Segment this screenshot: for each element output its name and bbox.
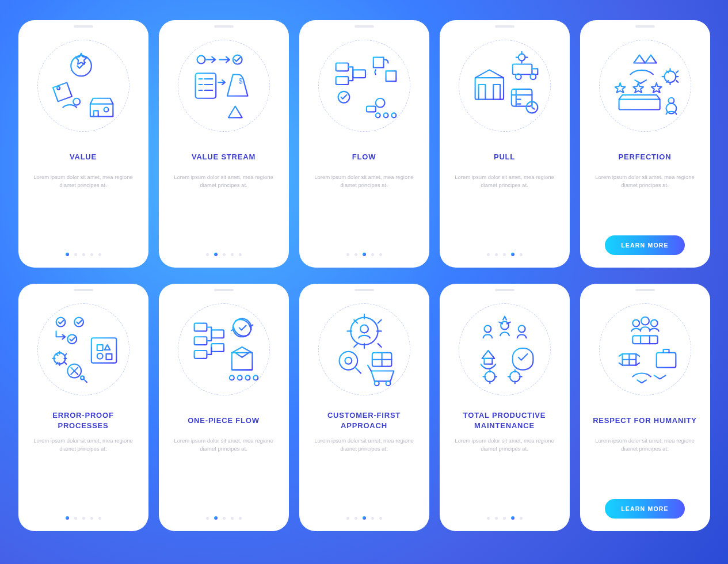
pagination-dot[interactable] [503,253,506,256]
card-description: Lorem ipsum dolor sit amet, mea regione … [448,437,562,454]
card-title: PERFECTION [619,147,672,167]
pagination-dot[interactable] [520,517,523,520]
svg-rect-6 [195,73,216,98]
svg-rect-16 [366,106,375,112]
pagination-dots [346,253,382,256]
svg-point-44 [245,375,250,380]
svg-rect-24 [619,100,660,110]
pagination-dot[interactable] [363,253,366,256]
svg-point-57 [485,372,495,382]
pagination-dot[interactable] [223,253,226,256]
svg-point-25 [664,71,676,82]
svg-rect-63 [656,353,676,368]
pagination-dot[interactable] [511,516,514,520]
pagination-dot[interactable] [495,253,498,256]
svg-rect-36 [194,337,207,345]
card-title: CUSTOMER-FIRST APPROACH [307,410,421,431]
pagination-dot[interactable] [74,253,77,256]
pagination-dot[interactable] [74,517,77,520]
svg-point-54 [501,322,509,330]
pagination-dot[interactable] [90,253,93,256]
svg-text:$: $ [238,77,242,85]
pagination-dot[interactable] [231,517,234,520]
svg-rect-18 [512,64,532,74]
row-1: VALUELorem ipsum dolor sit amet, mea reg… [17,20,711,268]
svg-point-27 [668,98,674,104]
phone-notch [635,25,655,28]
pagination-dot[interactable] [206,253,209,256]
svg-rect-39 [211,344,224,352]
pagination-dot[interactable] [487,253,490,256]
pagination-dots [487,516,523,520]
pagination-dot[interactable] [82,517,85,520]
onboarding-card: CUSTOMER-FIRST APPROACHLorem ipsum dolor… [299,284,429,531]
svg-point-60 [641,317,649,325]
pagination-dot[interactable] [355,253,357,256]
pagination-dot[interactable] [206,517,209,520]
pagination-dots [487,253,523,256]
pagination-dot[interactable] [66,253,69,256]
pagination-dot[interactable] [82,253,85,256]
pagination-dot[interactable] [371,253,374,256]
pagination-dot[interactable] [66,516,69,520]
pagination-dot[interactable] [487,517,490,520]
svg-point-30 [67,334,77,344]
row-2: ERROR-PROOF PROCESSESLorem ipsum dolor s… [17,284,711,531]
pagination-dot[interactable] [520,253,523,256]
pagination-dot[interactable] [239,517,242,520]
pagination-dot[interactable] [231,253,234,256]
svg-rect-17 [475,78,503,100]
svg-point-4 [197,56,205,64]
card-title: PULL [494,147,515,167]
card-description: Lorem ipsum dolor sit amet, mea regione … [26,173,140,190]
card-description: Lorem ipsum dolor sit amet, mea regione … [167,437,281,454]
pagination-dots [66,516,101,520]
card-title: FLOW [352,147,376,167]
pagination-dot[interactable] [223,517,226,520]
pagination-dot[interactable] [346,253,349,256]
phone-notch [495,289,514,291]
svg-rect-10 [353,70,365,78]
pagination-dot[interactable] [90,517,93,520]
card-title: ERROR-PROOF PROCESSES [26,410,140,431]
svg-rect-41 [231,353,252,370]
onboarding-card: VALUELorem ipsum dolor sit amet, mea reg… [18,20,148,268]
phone-notch [214,289,234,291]
pagination-dot[interactable] [98,517,101,520]
onboarding-card: FLOWLorem ipsum dolor sit amet, mea regi… [299,20,429,268]
concept-illustration [37,40,129,132]
pagination-dot[interactable] [346,517,349,520]
onboarding-card: ONE-PIECE FLOWLorem ipsum dolor sit amet… [159,284,289,531]
concept-illustration [599,40,691,132]
pagination-dot[interactable] [379,253,382,256]
svg-point-61 [650,320,657,327]
pagination-dot[interactable] [363,516,366,520]
card-title: TOTAL PRODUCTIVE MAINTENANCE [448,410,562,431]
pagination-dot[interactable] [214,516,218,520]
learn-more-button[interactable]: LEARN MORE [605,499,685,519]
card-description: Lorem ipsum dolor sit amet, mea regione … [167,173,281,190]
pagination-dot[interactable] [239,253,242,256]
card-description: Lorem ipsum dolor sit amet, mea regione … [307,437,421,454]
concept-illustration [318,40,410,132]
learn-more-button[interactable]: LEARN MORE [605,235,685,255]
phone-notch [74,289,93,291]
pagination-dot[interactable] [495,517,498,520]
card-description: Lorem ipsum dolor sit amet, mea regione … [588,173,702,190]
pagination-dots [206,253,242,256]
concept-illustration [459,40,551,132]
pagination-dot[interactable] [371,517,374,520]
pagination-dot[interactable] [355,517,357,520]
pagination-dot[interactable] [503,517,506,520]
card-description: Lorem ipsum dolor sit amet, mea regione … [26,437,140,454]
svg-point-43 [237,375,242,380]
svg-point-12 [375,98,384,108]
svg-point-3 [73,98,80,105]
onboarding-card: RESPECT FOR HUMANITYLorem ipsum dolor si… [580,284,710,531]
concept-illustration [318,303,410,395]
card-description: Lorem ipsum dolor sit amet, mea regione … [307,173,421,190]
pagination-dot[interactable] [214,253,218,256]
pagination-dot[interactable] [379,517,382,520]
pagination-dot[interactable] [98,253,101,256]
pagination-dot[interactable] [511,253,514,256]
